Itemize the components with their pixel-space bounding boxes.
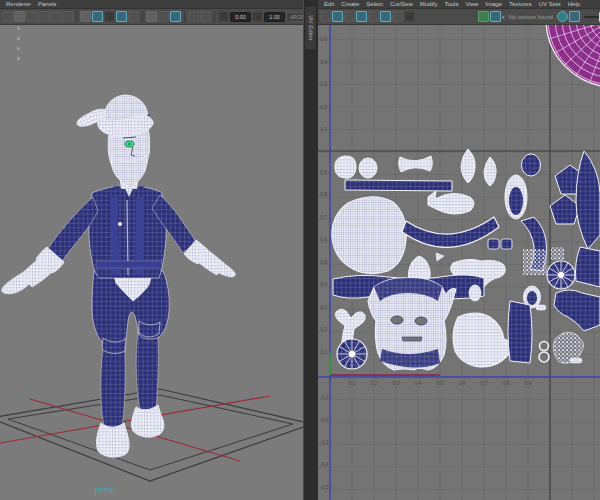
separator (142, 11, 143, 22)
uv-shell-belt-strip[interactable] (508, 301, 532, 363)
renderer-icon[interactable] (2, 11, 13, 22)
menu-textures[interactable]: Textures (506, 0, 535, 9)
panel-divider[interactable] (303, 0, 318, 500)
in-view-dot-icon[interactable] (17, 47, 20, 50)
gamma-field[interactable]: 1.00 (264, 12, 285, 22)
menu-uv-sets[interactable]: UV Sets (536, 0, 564, 9)
pixel-snap-icon[interactable] (392, 11, 403, 22)
shadows-icon[interactable] (128, 11, 139, 22)
uv-shell-chevron[interactable] (554, 290, 600, 331)
uv-shell-capsule-2[interactable] (536, 305, 546, 310)
shaded-mode-icon[interactable] (92, 11, 103, 22)
pattern-display-icon[interactable] (368, 11, 379, 22)
use-all-lights-icon[interactable] (116, 11, 127, 22)
chevron-down-icon[interactable]: ▾ (502, 14, 505, 20)
in-view-dot-icon[interactable] (17, 27, 20, 30)
character-torso[interactable] (89, 186, 166, 278)
field-chart-icon[interactable] (62, 11, 73, 22)
ear (142, 146, 149, 157)
uv-shell-head-side[interactable] (332, 197, 406, 274)
uv-shell-capsule[interactable] (570, 358, 582, 363)
exposure-icon[interactable] (218, 11, 229, 22)
character-model[interactable] (2, 95, 236, 457)
gate-mask-icon[interactable] (50, 11, 61, 22)
viewport-toolbar: 0.00 1.00 sRGB gamma ▾ (0, 9, 303, 25)
menu-help[interactable]: Help (565, 0, 583, 9)
u-tick-labels: 0.10.20.30.40.50.60.70.80.9 (349, 380, 532, 386)
uv-shell-quad-big[interactable] (576, 247, 600, 287)
uv-shell-lace-patch[interactable] (523, 249, 547, 275)
menu-image[interactable]: Image (482, 0, 505, 9)
uv-shell-ear-left[interactable] (335, 156, 356, 178)
view-transform-dropdown[interactable]: sRGB gamma ▾ (286, 12, 303, 22)
tick-label: 0.1 (349, 380, 356, 386)
isolate-select-icon[interactable] (188, 11, 199, 22)
character-hat[interactable] (75, 95, 153, 136)
uv-shell-ear-right[interactable] (359, 158, 377, 178)
character-arm-left[interactable] (2, 197, 98, 294)
uv-shell-ring-1[interactable] (540, 342, 549, 351)
uv-shell-arm-band[interactable] (576, 151, 600, 249)
wireframe-mode-icon[interactable] (80, 11, 91, 22)
textured-mode-icon[interactable] (104, 11, 115, 22)
isolate-select-uv-icon[interactable] (569, 11, 580, 22)
texture-ramp-icon[interactable] (478, 11, 489, 22)
uv-shell-small-oval[interactable] (469, 285, 481, 301)
uv-shell-sphere[interactable] (546, 25, 600, 87)
image-folder-icon[interactable] (404, 11, 415, 22)
maya-uv-workspace: RendererPanels 0.00 1.00 sRGB gamma ▾ (0, 0, 600, 500)
uv-editor-tab[interactable]: UV Editor (304, 5, 317, 51)
film-gate-icon[interactable] (26, 11, 37, 22)
perspective-viewport[interactable]: persp (0, 25, 303, 500)
uv-shell-lips[interactable] (399, 156, 433, 172)
in-view-dot-icon[interactable] (17, 37, 20, 40)
uv-editor-canvas[interactable]: 1.51.41.31.21.10.90.80.70.60.50.40.30.20… (318, 25, 600, 500)
uv-shell-boot-back-inner (509, 187, 523, 215)
uv-shell-hatband-strip[interactable] (345, 180, 452, 191)
uv-shell-leaf-1[interactable] (461, 149, 475, 183)
uv-shell-wheel[interactable] (337, 339, 367, 369)
dim-image-slider[interactable] (584, 16, 600, 18)
grid-snap-icon[interactable] (380, 11, 391, 22)
uv-distortion-icon[interactable] (320, 11, 331, 22)
texture-select-icon[interactable] (490, 11, 501, 22)
checker-map-icon[interactable] (356, 11, 367, 22)
isolate-ring-icon[interactable] (557, 11, 568, 22)
menu-tools[interactable]: Tools (441, 0, 461, 9)
character-leg-left[interactable] (97, 340, 130, 457)
uv-shell-oval[interactable] (522, 154, 541, 176)
viewport-scene (0, 25, 303, 500)
uv-shell-quad-2[interactable] (501, 239, 512, 249)
menu-cut-sew[interactable]: Cut/Sew (387, 0, 416, 9)
resolution-gate-icon[interactable] (38, 11, 49, 22)
uv-shell-hat-top[interactable] (428, 191, 474, 214)
menu-view[interactable]: View (462, 0, 481, 9)
uv-shell-wheel-2[interactable] (547, 261, 575, 289)
grease-pencil-icon[interactable] (200, 11, 211, 22)
viewport-menubar: RendererPanels (0, 0, 303, 9)
shirt-button (118, 222, 122, 226)
camera-name-label: persp (95, 486, 115, 493)
menu-renderer[interactable]: Renderer (3, 0, 34, 9)
in-view-dot-icon[interactable] (17, 57, 20, 60)
menu-create[interactable]: Create (338, 0, 362, 9)
uv-shell-head-front[interactable] (368, 278, 456, 370)
motion-blur-icon[interactable] (158, 11, 169, 22)
shaded-uv-display-icon[interactable] (332, 11, 343, 22)
gamma-icon[interactable] (252, 11, 263, 22)
uv-shell-leaf-2[interactable] (484, 157, 496, 186)
uv-shell-lace-2[interactable] (551, 247, 564, 260)
texture-borders-icon[interactable] (344, 11, 355, 22)
uv-shell-pentagon-2[interactable] (550, 195, 580, 224)
uv-shell-quad-1[interactable] (488, 239, 499, 249)
uv-shell-boot-big[interactable] (453, 313, 514, 367)
exposure-field[interactable]: 0.00 (230, 12, 251, 22)
uv-shell-ring-2[interactable] (539, 352, 549, 362)
menu-edit[interactable]: Edit (321, 0, 337, 9)
menu-select[interactable]: Select (363, 0, 386, 9)
select-camera-icon[interactable] (14, 11, 25, 22)
screen-space-ao-icon[interactable] (146, 11, 157, 22)
menu-panels[interactable]: Panels (35, 0, 59, 9)
multisample-icon[interactable] (170, 11, 181, 22)
menu-modify[interactable]: Modify (417, 0, 441, 9)
